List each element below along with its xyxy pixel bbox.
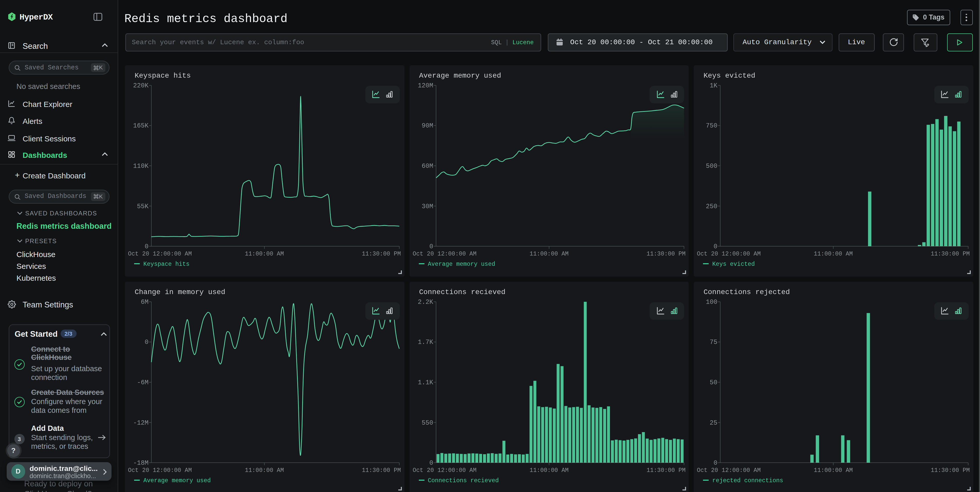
svg-text:1K: 1K bbox=[710, 82, 718, 89]
svg-text:0: 0 bbox=[429, 243, 433, 250]
svg-text:55K: 55K bbox=[137, 202, 148, 210]
svg-text:-18M: -18M bbox=[133, 459, 148, 467]
svg-text:Oct 20 12:00:00 AM: Oct 20 12:00:00 AM bbox=[128, 467, 192, 473]
svg-text:0: 0 bbox=[714, 243, 718, 250]
svg-text:11:00:00 AM: 11:00:00 AM bbox=[814, 250, 853, 257]
svg-text:Oct 20 12:00:00 AM: Oct 20 12:00:00 AM bbox=[412, 467, 476, 473]
svg-text:220K: 220K bbox=[133, 82, 148, 89]
svg-text:11:00:00 AM: 11:00:00 AM bbox=[245, 467, 284, 473]
svg-text:165K: 165K bbox=[133, 122, 148, 129]
svg-text:0: 0 bbox=[145, 243, 148, 250]
svg-text:1.7K: 1.7K bbox=[418, 338, 433, 346]
svg-text:120M: 120M bbox=[418, 82, 433, 89]
svg-text:Oct 20 12:00:00 AM: Oct 20 12:00:00 AM bbox=[697, 467, 760, 473]
svg-text:90M: 90M bbox=[422, 122, 433, 129]
svg-text:11:30:00 PM: 11:30:00 PM bbox=[646, 250, 685, 257]
svg-text:-6M: -6M bbox=[137, 379, 148, 386]
svg-text:30M: 30M bbox=[422, 202, 433, 210]
svg-text:11:30:00 PM: 11:30:00 PM bbox=[362, 250, 401, 257]
svg-text:110K: 110K bbox=[133, 162, 148, 170]
svg-text:11:30:00 PM: 11:30:00 PM bbox=[362, 467, 401, 473]
svg-text:100: 100 bbox=[706, 298, 718, 306]
svg-text:Oct 20 12:00:00 AM: Oct 20 12:00:00 AM bbox=[128, 250, 192, 257]
svg-text:0: 0 bbox=[145, 338, 148, 346]
svg-text:6M: 6M bbox=[141, 298, 148, 306]
svg-text:2.2K: 2.2K bbox=[418, 298, 433, 306]
svg-text:Oct 20 12:00:00 AM: Oct 20 12:00:00 AM bbox=[697, 250, 760, 257]
svg-text:Oct 20 12:00:00 AM: Oct 20 12:00:00 AM bbox=[412, 250, 476, 257]
svg-text:1.1K: 1.1K bbox=[418, 379, 433, 386]
svg-text:11:00:00 AM: 11:00:00 AM bbox=[245, 250, 284, 257]
svg-text:-12M: -12M bbox=[133, 419, 148, 427]
svg-text:11:00:00 AM: 11:00:00 AM bbox=[529, 250, 568, 257]
svg-text:11:30:00 PM: 11:30:00 PM bbox=[931, 467, 970, 473]
svg-text:50: 50 bbox=[710, 379, 718, 386]
svg-text:500: 500 bbox=[706, 162, 718, 170]
svg-text:750: 750 bbox=[706, 122, 718, 129]
svg-text:250: 250 bbox=[706, 202, 718, 210]
svg-text:11:30:00 PM: 11:30:00 PM bbox=[931, 250, 970, 257]
svg-text:11:30:00 PM: 11:30:00 PM bbox=[646, 467, 685, 473]
svg-text:75: 75 bbox=[710, 338, 718, 346]
svg-text:60M: 60M bbox=[422, 162, 433, 170]
svg-text:550: 550 bbox=[422, 419, 433, 427]
svg-text:0: 0 bbox=[714, 459, 718, 467]
svg-text:0: 0 bbox=[429, 459, 433, 467]
svg-text:11:00:00 AM: 11:00:00 AM bbox=[529, 467, 568, 473]
svg-text:11:00:00 AM: 11:00:00 AM bbox=[814, 467, 853, 473]
svg-text:25: 25 bbox=[710, 419, 718, 427]
